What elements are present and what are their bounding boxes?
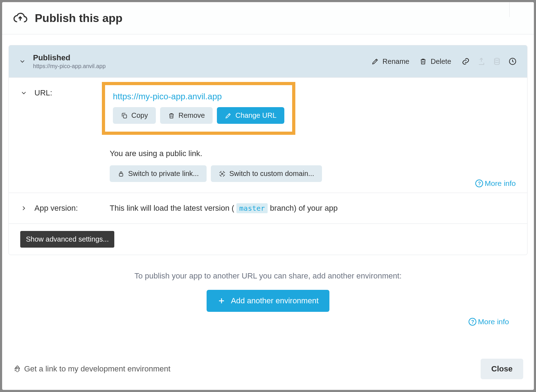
close-icon[interactable] [509, 2, 534, 17]
version-section: App version: This link will load the lat… [9, 193, 527, 223]
question-icon: ? [469, 318, 476, 326]
environment-header[interactable]: Published https://my-pico-app.anvil.app … [9, 45, 527, 77]
url-section: URL: https://my-pico-app.anvil.app Copy [9, 77, 527, 193]
delete-label: Delete [431, 57, 451, 66]
link-icon[interactable] [461, 57, 470, 66]
chevron-down-icon[interactable] [20, 89, 27, 96]
env-icon-row [461, 57, 517, 66]
svg-rect-2 [124, 115, 127, 118]
svg-point-4 [16, 366, 17, 367]
database-icon [492, 57, 502, 66]
version-label: App version: [34, 204, 78, 213]
switch-domain-button[interactable]: Switch to custom domain... [211, 165, 322, 182]
env-status: Published [33, 53, 106, 62]
switch-private-label: Switch to private link... [128, 170, 199, 178]
branch-name: master [236, 203, 268, 213]
more-info-link[interactable]: ? More info [475, 179, 516, 188]
modal-title: Publish this app [35, 12, 122, 25]
question-icon: ? [475, 180, 483, 187]
add-env-label: Add another environment [231, 296, 318, 305]
change-url-label: Change URL [235, 111, 277, 120]
version-pre: This link will load the latest version ( [110, 204, 234, 212]
version-text: This link will load the latest version (… [110, 204, 338, 212]
env-actions: Rename Delete [371, 57, 517, 66]
publish-modal: Publish this app Published https://my-pi… [2, 2, 534, 390]
more-info-link-lower[interactable]: ? More info [469, 318, 509, 326]
more-info-label-lower: More info [478, 318, 509, 326]
url-highlight: https://my-pico-app.anvil.app Copy Remov… [102, 82, 295, 135]
rename-label: Rename [383, 57, 410, 66]
switch-private-button[interactable]: Switch to private link... [110, 165, 207, 182]
svg-point-5 [17, 366, 18, 367]
advanced-wrapper: Show advanced settings... [9, 223, 527, 255]
svg-point-0 [494, 58, 499, 60]
public-link-text: You are using a public link. [110, 149, 516, 158]
dev-environment-link[interactable]: Get a link to my development environment [13, 364, 170, 374]
upload-icon [477, 57, 486, 66]
advanced-settings-button[interactable]: Show advanced settings... [20, 231, 114, 248]
version-post: branch) of your app [270, 204, 338, 212]
chevron-down-icon [19, 58, 26, 65]
add-environment-button[interactable]: Add another environment [207, 290, 329, 312]
environment-panel: Published https://my-pico-app.anvil.app … [9, 45, 527, 255]
chevron-right-icon[interactable] [20, 205, 27, 212]
env-url-subtitle: https://my-pico-app.anvil.app [33, 63, 106, 70]
history-icon[interactable] [508, 57, 517, 66]
cloud-upload-icon [13, 11, 28, 26]
url-label: URL: [34, 88, 52, 98]
svg-rect-3 [119, 173, 123, 176]
dev-link-label: Get a link to my development environment [24, 364, 170, 374]
add-env-section: To publish your app to another URL you c… [9, 271, 527, 326]
modal-footer: Get a link to my development environment… [2, 351, 534, 390]
close-button[interactable]: Close [481, 359, 523, 379]
add-env-text: To publish your app to another URL you c… [9, 271, 527, 281]
remove-label: Remove [179, 111, 205, 120]
delete-button[interactable]: Delete [419, 57, 451, 66]
copy-button[interactable]: Copy [113, 107, 156, 124]
rename-button[interactable]: Rename [371, 57, 410, 66]
change-url-button[interactable]: Change URL [217, 107, 284, 124]
modal-header: Publish this app [2, 2, 534, 34]
env-title-wrap: Published https://my-pico-app.anvil.app [33, 53, 106, 70]
more-info-label: More info [485, 179, 516, 188]
app-url[interactable]: https://my-pico-app.anvil.app [113, 92, 284, 101]
modal-body: Published https://my-pico-app.anvil.app … [2, 34, 534, 351]
remove-button[interactable]: Remove [160, 107, 213, 124]
switch-domain-label: Switch to custom domain... [229, 170, 314, 178]
copy-label: Copy [131, 111, 148, 120]
